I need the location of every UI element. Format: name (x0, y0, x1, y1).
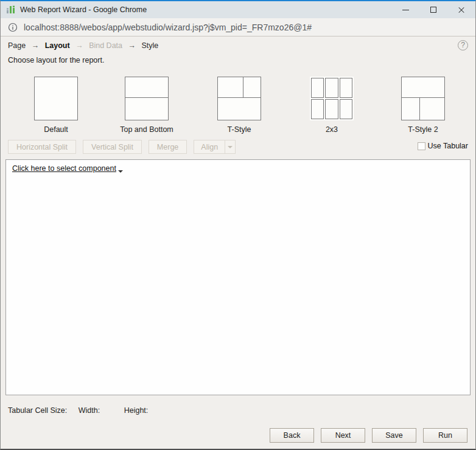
chevron-down-icon (118, 170, 123, 173)
url-text[interactable]: localhost:8888/webos/app/webstudio/wizar… (24, 22, 312, 32)
layout-cell (325, 78, 338, 98)
window-title: Web Report Wizard - Google Chrome (20, 5, 147, 14)
layout-option-2x3[interactable]: 2x3 (298, 75, 365, 134)
wizard-content: Page → Layout → Bind Data → Style ? Choo… (1, 36, 475, 449)
maximize-button[interactable] (419, 1, 447, 18)
layout-options: Default Top and Bottom T-Style (1, 75, 475, 136)
tabular-cell-size-label: Tabular Cell Size: (8, 406, 67, 415)
layout-cell (243, 77, 261, 98)
maximize-icon (430, 7, 436, 13)
layout-label: 2x3 (298, 125, 365, 134)
close-icon (458, 6, 465, 13)
layout-thumbnail-top-and-bottom (125, 77, 169, 120)
web-report-wizard-window: Web Report Wizard - Google Chrome localh… (0, 0, 476, 450)
window-controls (391, 1, 475, 18)
instruction-text: Choose layout for the report. (8, 56, 104, 64)
minimize-icon (402, 10, 409, 10)
layout-cell (401, 77, 445, 98)
use-tabular-label: Use Tabular (428, 142, 468, 150)
align-button[interactable]: Align (194, 140, 236, 154)
bar-chart-icon (6, 5, 16, 15)
layout-cell (125, 97, 169, 120)
vertical-split-button[interactable]: Vertical Split (83, 140, 142, 154)
height-label: Height: (124, 406, 149, 415)
back-button[interactable]: Back (270, 428, 314, 443)
layout-label: T-Style (206, 125, 273, 134)
layout-cell (401, 97, 420, 120)
breadcrumb-step-style[interactable]: Style (142, 41, 159, 50)
breadcrumb: Page → Layout → Bind Data → Style (8, 41, 158, 50)
info-icon[interactable] (8, 22, 18, 32)
arrow-icon: → (75, 41, 83, 50)
layout-option-t-style-2[interactable]: T-Style 2 (390, 75, 457, 134)
tabular-cell-size-row: Tabular Cell Size: Width: Height: (8, 406, 148, 415)
layout-toolbar: Horizontal Split Vertical Split Merge Al… (8, 140, 242, 154)
chevron-down-icon (228, 146, 233, 148)
width-label: Width: (79, 406, 100, 415)
select-component-link-label: Click here to select component (12, 164, 116, 173)
title-bar: Web Report Wizard - Google Chrome (1, 1, 475, 18)
layout-cell (419, 97, 445, 120)
breadcrumb-step-layout[interactable]: Layout (45, 41, 70, 50)
run-button[interactable]: Run (423, 428, 467, 443)
close-button[interactable] (447, 1, 475, 18)
layout-thumbnail-2x3 (310, 77, 354, 120)
layout-cell (217, 97, 261, 120)
layout-label: Default (23, 125, 89, 134)
align-dropdown-button[interactable] (225, 140, 235, 153)
select-component-link[interactable]: Click here to select component (12, 164, 123, 173)
next-button[interactable]: Next (321, 428, 365, 443)
use-tabular-control[interactable]: Use Tabular (418, 142, 468, 150)
layout-cell (34, 77, 78, 120)
layout-label: T-Style 2 (390, 125, 457, 134)
layout-option-t-style[interactable]: T-Style (206, 75, 273, 134)
save-button[interactable]: Save (372, 428, 416, 443)
minimize-button[interactable] (391, 1, 419, 18)
help-icon[interactable]: ? (458, 40, 468, 50)
align-button-label[interactable]: Align (194, 143, 225, 151)
layout-cell (217, 77, 243, 98)
address-bar[interactable]: localhost:8888/webos/app/webstudio/wizar… (1, 18, 475, 36)
arrow-icon: → (32, 41, 40, 50)
merge-button[interactable]: Merge (149, 140, 187, 154)
layout-cell (311, 99, 324, 119)
layout-cell (340, 78, 352, 98)
arrow-icon: → (128, 41, 136, 50)
layout-thumbnail-t-style (217, 77, 261, 120)
layout-label: Top and Bottom (113, 125, 180, 134)
layout-thumbnail-default (34, 77, 78, 120)
layout-option-default[interactable]: Default (23, 75, 89, 134)
layout-cell (340, 99, 352, 119)
layout-option-top-and-bottom[interactable]: Top and Bottom (113, 75, 180, 134)
report-layout-canvas[interactable]: Click here to select component (5, 159, 471, 395)
wizard-footer: Back Next Save Run (270, 428, 467, 443)
horizontal-split-button[interactable]: Horizontal Split (8, 140, 76, 154)
layout-cell (311, 78, 324, 98)
breadcrumb-step-page[interactable]: Page (8, 41, 26, 50)
layout-cell (325, 99, 338, 119)
breadcrumb-step-bind-data: Bind Data (89, 41, 122, 50)
use-tabular-checkbox[interactable] (418, 142, 425, 150)
layout-thumbnail-t-style-2 (401, 77, 445, 120)
layout-cell (125, 77, 169, 98)
